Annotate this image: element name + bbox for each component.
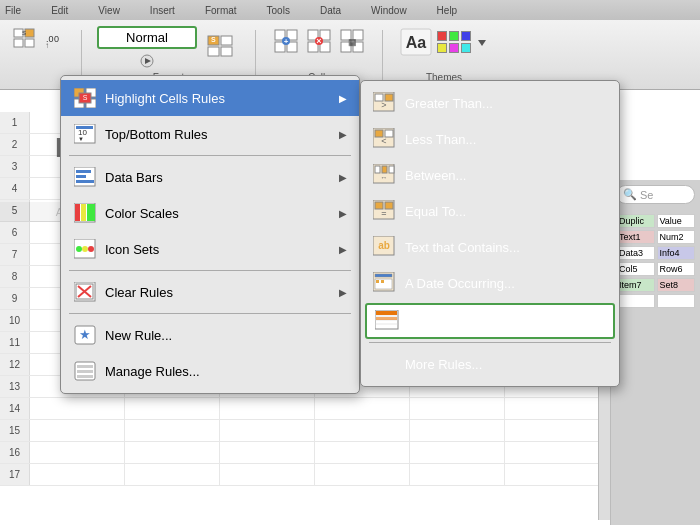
spreadsheet-cell[interactable] xyxy=(410,420,505,441)
more-rules-label: More Rules... xyxy=(405,357,482,372)
right-panel-cell[interactable]: Duplic xyxy=(616,214,655,228)
svg-text:↑: ↑ xyxy=(45,41,49,50)
spreadsheet-cell[interactable] xyxy=(315,398,410,419)
spreadsheet-cell[interactable] xyxy=(505,398,600,419)
right-panel-cell[interactable]: Item7 xyxy=(616,278,655,292)
topbar-item-format[interactable]: Format xyxy=(205,5,237,16)
spreadsheet-cell[interactable] xyxy=(220,420,315,441)
svg-rect-13 xyxy=(221,47,232,56)
theme-color-purple[interactable] xyxy=(449,43,459,53)
spreadsheet-cell[interactable] xyxy=(30,398,125,419)
menu-item-new-rule[interactable]: ★ New Rule... xyxy=(61,317,359,353)
spreadsheet-cell[interactable] xyxy=(410,398,505,419)
spreadsheet-cell[interactable] xyxy=(125,398,220,419)
topbar-item-edit[interactable]: Edit xyxy=(51,5,68,16)
conditional-format-btn[interactable]: S xyxy=(200,31,240,65)
spreadsheet-cell[interactable] xyxy=(125,442,220,463)
menu-item-manage-rules[interactable]: Manage Rules... xyxy=(61,353,359,389)
right-panel-cell[interactable]: Data3 xyxy=(616,246,655,260)
menu-divider-3 xyxy=(69,313,351,314)
theme-color-red[interactable] xyxy=(437,31,447,41)
clear-rules-label: Clear Rules xyxy=(105,285,339,300)
topbar-item-insert[interactable]: Insert xyxy=(150,5,175,16)
topbar-item-data[interactable]: Data xyxy=(320,5,341,16)
between-label: Between... xyxy=(405,168,466,183)
menu-item-icon-sets[interactable]: Icon Sets ▶ xyxy=(61,231,359,267)
spreadsheet-cell[interactable] xyxy=(30,442,125,463)
spreadsheet-cell[interactable] xyxy=(315,442,410,463)
submenu-item-date[interactable]: A Date Occurring... xyxy=(361,265,619,301)
number-format-btn[interactable]: S xyxy=(11,26,37,52)
menu-item-data-bars[interactable]: Data Bars ▶ xyxy=(61,159,359,195)
menu-item-top-bottom[interactable]: 10 ▼ Top/Bottom Rules ▶ xyxy=(61,116,359,152)
topbar-item-tools[interactable]: Tools xyxy=(267,5,290,16)
search-box[interactable]: 🔍 Se xyxy=(616,185,695,204)
spreadsheet-cell[interactable] xyxy=(505,464,600,485)
topbar-item-window[interactable]: Window xyxy=(371,5,407,16)
submenu-item-greater-than[interactable]: > Greater Than... xyxy=(361,85,619,121)
right-panel-cell[interactable]: Num2 xyxy=(657,230,696,244)
spreadsheet-cell[interactable] xyxy=(505,442,600,463)
menu-item-clear-rules[interactable]: Clear Rules ▶ xyxy=(61,274,359,310)
spreadsheet-cell[interactable] xyxy=(220,442,315,463)
svg-rect-63 xyxy=(376,280,379,283)
format-cells-btn[interactable]: ▦ xyxy=(337,26,367,56)
spreadsheet-cell[interactable] xyxy=(220,398,315,419)
color-scales-label: Color Scales xyxy=(105,206,339,221)
right-panel-cell[interactable] xyxy=(616,294,655,308)
spreadsheet-cell[interactable] xyxy=(30,420,125,441)
spreadsheet-cell[interactable] xyxy=(315,420,410,441)
svg-text:S: S xyxy=(22,30,26,36)
text-contains-icon: ab xyxy=(373,236,397,258)
play-button[interactable] xyxy=(137,52,157,70)
topbar-item-file[interactable]: File xyxy=(5,5,21,16)
spreadsheet-cell[interactable] xyxy=(30,464,125,485)
right-panel-cell[interactable]: Text1 xyxy=(616,230,655,244)
spreadsheet-cell[interactable] xyxy=(315,464,410,485)
right-panel-cell[interactable]: Row6 xyxy=(657,262,696,276)
highlight-cells-label: Highlight Cells Rules xyxy=(105,91,339,106)
submenu-item-text-contains[interactable]: ab Text that Contains... xyxy=(361,229,619,265)
submenu-item-more-rules[interactable]: More Rules... xyxy=(361,346,619,382)
topbar-item-help[interactable]: Help xyxy=(437,5,458,16)
themes-dropdown-btn[interactable] xyxy=(474,30,490,54)
right-panel-cell[interactable]: Col5 xyxy=(616,262,655,276)
menu-item-color-scales[interactable]: Color Scales ▶ xyxy=(61,195,359,231)
right-panel-cell[interactable]: Info4 xyxy=(657,246,696,260)
menu-item-highlight-cells[interactable]: S Highlight Cells Rules ▶ > Greater Than… xyxy=(61,80,359,116)
delete-cells-btn[interactable]: × xyxy=(304,26,334,56)
submenu-arrow: ▶ xyxy=(339,93,347,104)
submenu-item-duplicate-values[interactable]: Duplicate Values... xyxy=(365,303,615,339)
svg-rect-82 xyxy=(87,204,95,221)
spreadsheet-cell[interactable] xyxy=(220,464,315,485)
spreadsheet-cell[interactable] xyxy=(125,420,220,441)
insert-cells-btn[interactable]: + xyxy=(271,26,301,56)
theme-color-yellow[interactable] xyxy=(437,43,447,53)
style-dropdown[interactable]: Normal xyxy=(97,26,197,49)
theme-color-blue[interactable] xyxy=(461,31,471,41)
submenu-item-equal-to[interactable]: = Equal To... xyxy=(361,193,619,229)
svg-rect-77 xyxy=(76,175,86,178)
right-panel-cell[interactable]: Set8 xyxy=(657,278,696,292)
svg-point-86 xyxy=(88,246,94,252)
spreadsheet-row: 16 xyxy=(0,442,600,464)
spreadsheet-cell[interactable] xyxy=(410,464,505,485)
theme-color-cyan[interactable] xyxy=(461,43,471,53)
theme-color-green[interactable] xyxy=(449,31,459,41)
iconsets-icon xyxy=(73,237,97,261)
spreadsheet-cell[interactable] xyxy=(505,420,600,441)
submenu-item-between[interactable]: ↔ Between... xyxy=(361,157,619,193)
themes-font-btn[interactable]: Aa xyxy=(398,26,434,58)
right-panel-cell[interactable] xyxy=(657,294,696,308)
spreadsheet-cell[interactable] xyxy=(125,464,220,485)
highlight-cells-icon: S xyxy=(73,86,97,110)
topbar-item-view[interactable]: View xyxy=(98,5,120,16)
less-than-icon: < xyxy=(373,128,397,150)
spreadsheet-cell[interactable] xyxy=(410,442,505,463)
svg-rect-61 xyxy=(375,274,392,277)
submenu-item-less-than[interactable]: < Less Than... xyxy=(361,121,619,157)
cells-buttons: + × xyxy=(271,26,367,56)
right-panel-cell[interactable]: Value xyxy=(657,214,696,228)
decimal-increase-btn[interactable]: .0 0 ↑ xyxy=(40,26,66,52)
top-bottom-label: Top/Bottom Rules xyxy=(105,127,339,142)
